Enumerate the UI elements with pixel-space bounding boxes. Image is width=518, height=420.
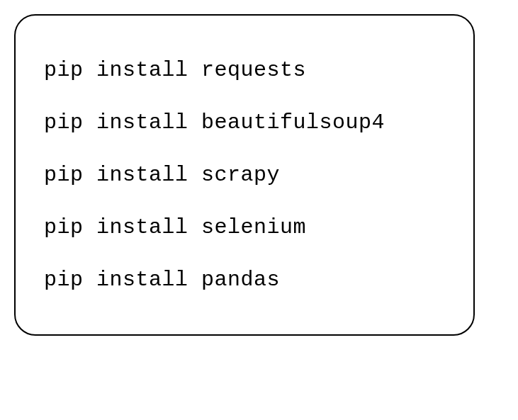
command-line: pip install scrapy: [44, 149, 445, 201]
command-line: pip install beautifulsoup4: [44, 96, 445, 149]
command-line: pip install requests: [44, 44, 445, 96]
command-line: pip install pandas: [44, 254, 445, 306]
command-line: pip install selenium: [44, 201, 445, 254]
code-block: pip install requests pip install beautif…: [14, 14, 475, 336]
